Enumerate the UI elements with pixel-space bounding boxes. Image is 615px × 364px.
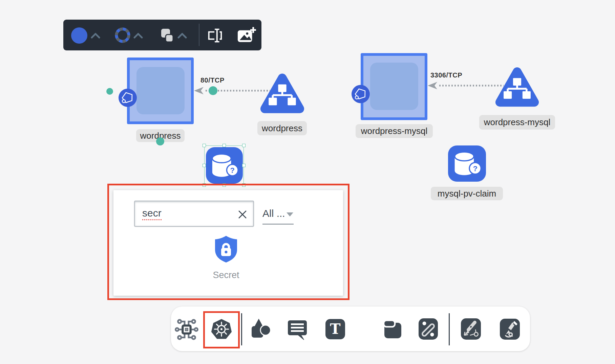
connection-handle[interactable] [106, 88, 113, 95]
connector-icon[interactable] [419, 318, 438, 340]
secret-shield-icon [214, 235, 238, 263]
node-wordpress-deployment[interactable] [127, 58, 194, 124]
node-mysql-pvc[interactable]: ? [448, 145, 486, 182]
node-label[interactable]: mysql-pv-claim [431, 187, 503, 200]
deployment-inner-shape [370, 63, 418, 110]
search-query-text: secr [142, 207, 162, 220]
svg-text:T: T [330, 321, 340, 337]
pod-badge-icon [352, 85, 370, 103]
rename-icon[interactable] [206, 26, 224, 45]
circle-fill-icon[interactable] [71, 27, 87, 44]
node-label[interactable]: wordpress-mysql [479, 115, 555, 130]
resize-handle[interactable] [242, 144, 246, 147]
database-question-icon: ? [448, 145, 486, 182]
circuit-icon[interactable] [174, 317, 199, 342]
kubernetes-icon[interactable] [210, 318, 233, 341]
resize-handle[interactable] [203, 144, 206, 147]
copy-stack-icon[interactable] [157, 27, 175, 44]
resource-search-panel: secr All ... Secret [113, 190, 343, 296]
frame-icon[interactable] [383, 319, 403, 340]
result-label: Secret [203, 270, 249, 280]
add-image-icon[interactable] [236, 26, 256, 45]
database-question-icon: ? [206, 147, 243, 184]
toolbar-divider [241, 313, 242, 345]
edge-handle[interactable] [209, 86, 217, 95]
comment-icon[interactable] [287, 318, 308, 340]
svg-text:?: ? [473, 164, 478, 173]
edge-port-label: 80/TCP [200, 76, 225, 84]
edge-mysql-tcp[interactable] [427, 82, 504, 90]
node-mysql-service[interactable] [495, 65, 539, 110]
main-toolbar: T [171, 306, 530, 351]
connection-handle[interactable] [156, 137, 164, 145]
x-clear-icon[interactable] [238, 210, 247, 219]
search-result-secret[interactable]: Secret [203, 235, 254, 289]
text-icon[interactable]: T [325, 318, 346, 340]
deployment-inner-shape [136, 67, 185, 114]
svg-text:?: ? [230, 166, 235, 175]
toolbar-divider [449, 313, 450, 345]
node-mysql-deployment[interactable] [361, 53, 427, 120]
node-label[interactable]: wordpress [257, 121, 307, 135]
chevron-up-icon[interactable] [91, 32, 100, 39]
edge-port-label: 3306/TCP [430, 71, 462, 79]
node-wordpress-service[interactable] [260, 72, 305, 116]
resize-handle[interactable] [242, 164, 246, 167]
toolbar-divider [199, 24, 199, 46]
node-selected-pvc[interactable]: ? [206, 147, 243, 184]
chevron-up-icon[interactable] [133, 32, 143, 39]
chevron-down-icon [287, 212, 293, 217]
kind-filter-dropdown[interactable]: All ... [262, 208, 285, 219]
diagram-canvas[interactable]: wordpress 80/TCP wordpress wordpress-mys… [0, 0, 615, 364]
pen-icon[interactable] [461, 318, 481, 340]
shapes-icon[interactable] [250, 317, 273, 342]
pod-badge-icon [119, 89, 137, 107]
resize-handle[interactable] [222, 144, 226, 147]
dropdown-underline [262, 224, 294, 225]
pencil-icon[interactable] [500, 319, 520, 340]
node-label[interactable]: wordpress-mysql [356, 124, 433, 138]
circle-dashed-icon[interactable] [113, 26, 132, 44]
search-input[interactable]: secr [134, 201, 254, 227]
resize-handle[interactable] [203, 164, 206, 167]
chevron-up-icon[interactable] [177, 32, 187, 39]
node-style-toolbar [63, 20, 261, 50]
